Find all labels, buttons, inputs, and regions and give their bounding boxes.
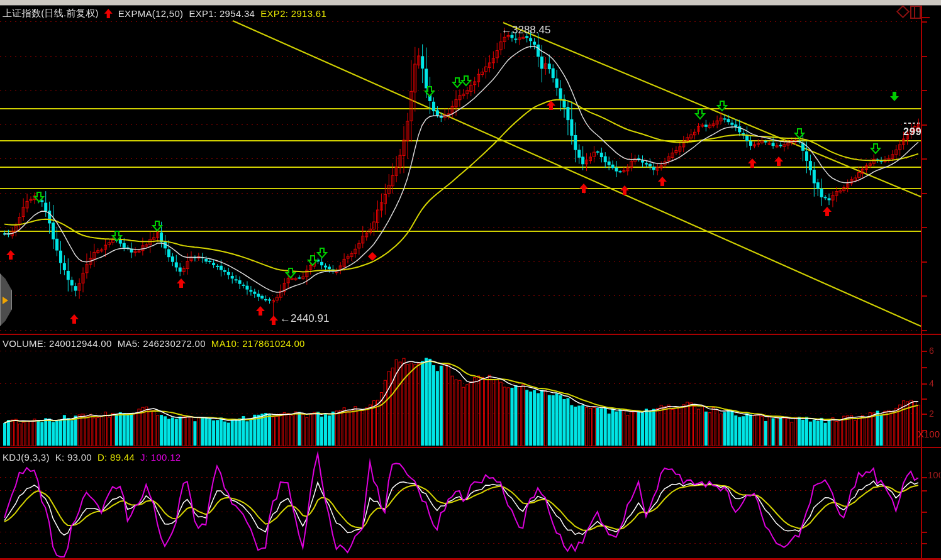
- volume-axis-label-2: 2: [929, 409, 934, 419]
- split-window-icon[interactable]: [910, 6, 921, 19]
- kdj-d-value: D: 89.44: [97, 452, 135, 463]
- volume-multiplier-label: X10000: [918, 429, 940, 439]
- high-price-label: ←3288.45: [501, 24, 550, 36]
- symbol-title: 上证指数(日线.前复权): [3, 8, 99, 19]
- volume-value[interactable]: VOLUME: 240012944.00: [3, 338, 112, 349]
- volume-ma5-value: MA5: 246230272.00: [118, 338, 206, 349]
- exp2-value: EXP2: 2913.61: [260, 8, 326, 19]
- volume-axis-label-6: 6: [929, 346, 934, 356]
- exp1-value: EXP1: 2954.34: [189, 8, 255, 19]
- last-price-label: 299: [903, 126, 922, 138]
- kdj-k-value: K: 93.00: [55, 452, 92, 463]
- window-top-strip: [0, 0, 941, 6]
- volume-pane-header: VOLUME: 240012944.00 MA5: 246230272.00 M…: [3, 338, 305, 349]
- kdj-pane-header: KDJ(9,3,3) K: 93.00 D: 89.44 J: 100.12: [3, 452, 181, 463]
- kdj-axis-label-100: 100: [928, 469, 940, 480]
- kdj-indicator-label[interactable]: KDJ(9,3,3): [3, 452, 50, 463]
- main-chart-canvas[interactable]: [0, 0, 941, 560]
- trading-app-window: 上证指数(日线.前复权) EXPMA(12,50) EXP1: 2954.34 …: [0, 0, 941, 560]
- main-chart-header: 上证指数(日线.前复权) EXPMA(12,50) EXP1: 2954.34 …: [3, 8, 326, 19]
- volume-axis-label-4: 4: [929, 378, 934, 388]
- kdj-j-value: J: 100.12: [140, 452, 181, 463]
- expand-arrow-icon: [3, 297, 8, 304]
- low-price-label: ←2440.91: [280, 312, 329, 325]
- indicator-label[interactable]: EXPMA(12,50): [118, 8, 184, 19]
- volume-ma10-value: MA10: 217861024.00: [211, 338, 305, 349]
- buy-signal-icon: [104, 9, 113, 18]
